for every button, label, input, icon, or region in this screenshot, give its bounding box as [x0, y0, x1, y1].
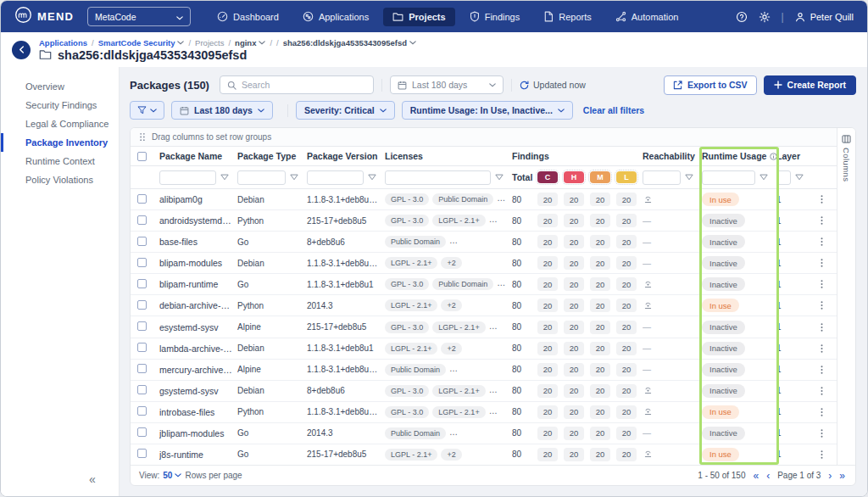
sidebar-collapse-button[interactable]: « [89, 472, 96, 486]
first-page-button[interactable]: « [753, 471, 759, 481]
clear-all-filters-link[interactable]: Clear all filters [583, 105, 644, 115]
nav-item-reports[interactable]: Reports [534, 7, 601, 26]
rows-per-page-dropdown[interactable]: 50 [163, 471, 181, 480]
sidebar-item-runtime-context[interactable]: Runtime Context [1, 152, 119, 170]
row-checkbox[interactable] [137, 194, 147, 204]
row-checkbox[interactable] [137, 427, 147, 437]
filter-funnel-icon[interactable] [760, 174, 768, 181]
severity-badge-H[interactable]: H [564, 171, 584, 183]
sidebar-item-overview[interactable]: Overview [1, 77, 119, 96]
columns-panel-tab[interactable]: Columns [837, 128, 855, 465]
row-checkbox[interactable] [137, 385, 147, 394]
filter-funnel-icon[interactable] [685, 174, 693, 181]
filter-menu-chip[interactable] [130, 101, 164, 120]
nav-item-dashboard[interactable]: Dashboard [208, 7, 288, 26]
table-row[interactable]: esystemd-sysvAlpine215-17+deb8u5GPL - 3.… [131, 316, 837, 337]
column-header-runtime-usage[interactable]: Runtime Usage [702, 151, 776, 161]
table-row[interactable]: lambda-archive-k...Debian1.1.8-3.1+deb8u… [131, 338, 837, 359]
row-menu-button[interactable] [817, 342, 826, 355]
help-icon[interactable] [736, 11, 748, 23]
severity-badge-C[interactable]: C [537, 171, 558, 183]
filter-chip[interactable]: Severity: Critical [296, 101, 395, 120]
breadcrumb-item[interactable]: nginx [235, 38, 265, 47]
row-checkbox[interactable] [137, 364, 147, 373]
table-row[interactable]: jblipam-modulesGo2014.3Public DomainLGPL… [131, 422, 837, 444]
row-menu-button[interactable] [817, 256, 826, 270]
filter-input-licenses[interactable] [385, 170, 491, 185]
info-icon[interactable] [770, 153, 776, 160]
table-row[interactable]: base-filesGo8+deb8u6Public DomainLGPL - … [131, 231, 837, 252]
row-menu-button[interactable] [817, 427, 826, 440]
back-button[interactable] [12, 41, 31, 59]
nav-item-projects[interactable]: Projects [383, 8, 454, 26]
severity-badge-L[interactable]: L [616, 171, 637, 183]
breadcrumb-item[interactable]: Projects [195, 38, 224, 47]
sidebar-item-security-findings[interactable]: Security Findings [1, 96, 119, 114]
filter-funnel-icon[interactable] [368, 174, 376, 181]
row-menu-button[interactable] [817, 235, 826, 248]
table-row[interactable]: debian-archive-ke...Python2014.3LGPL - 2… [131, 294, 837, 316]
row-checkbox[interactable] [137, 258, 147, 267]
sidebar-item-policy-violations[interactable]: Policy Violations [1, 170, 119, 189]
breadcrumb-item[interactable]: Applications [39, 38, 87, 47]
row-checkbox[interactable] [137, 300, 147, 310]
filter-input-package-version[interactable] [307, 170, 364, 185]
prev-page-button[interactable]: ‹ [766, 471, 770, 481]
row-checkbox[interactable] [137, 237, 147, 246]
select-all-checkbox[interactable] [137, 152, 147, 161]
search-box[interactable] [220, 75, 374, 94]
row-menu-button[interactable] [817, 405, 826, 419]
breadcrumb-item[interactable]: sha256:dldskjga4535343095efsd [283, 38, 416, 47]
filter-input-package-name[interactable] [159, 170, 216, 185]
nav-item-automation[interactable]: Automation [606, 7, 688, 26]
filter-input-reachability[interactable] [643, 170, 681, 185]
gear-icon[interactable] [759, 11, 771, 23]
column-header-package-type[interactable]: Package Type [237, 151, 307, 161]
user-menu[interactable]: Peter Quill [795, 12, 854, 22]
row-checkbox[interactable] [137, 321, 147, 331]
column-header-layer[interactable]: Layer [776, 151, 812, 161]
nav-item-findings[interactable]: Findings [460, 7, 530, 26]
table-row[interactable]: alibipam0gDebian1.1.8-3.1+deb8u1...GPL -… [131, 189, 837, 209]
filter-funnel-icon[interactable] [795, 174, 804, 181]
export-csv-button[interactable]: Export to CSV [664, 75, 757, 95]
column-header-package-version[interactable]: Package Version [307, 151, 385, 161]
severity-badge-M[interactable]: M [590, 171, 610, 183]
table-row[interactable]: introbase-filesPython1.1.8-3.1+deb8u1...… [131, 401, 837, 422]
filter-funnel-icon[interactable] [220, 174, 229, 181]
table-row[interactable]: gsystemd-sysvDebian8+deb8u6GPL - 3.0LGPL… [131, 380, 837, 401]
last-page-button[interactable]: » [839, 471, 845, 481]
row-menu-button[interactable] [817, 277, 826, 291]
table-row[interactable]: androidsystemd-s...Python215-17+deb8u5GP… [131, 209, 837, 231]
table-row[interactable]: blipam-modulesDebian1.1.8-3.1+deb8u1...L… [131, 252, 837, 273]
create-report-button[interactable]: Create Report [764, 75, 856, 95]
row-menu-button[interactable] [817, 448, 826, 461]
table-row[interactable]: j8s-runtimeGo215-17+deb8u5LGPL - 2.1++28… [131, 444, 837, 465]
row-menu-button[interactable] [817, 214, 826, 227]
filter-funnel-icon[interactable] [495, 174, 504, 181]
sidebar-item-package-inventory[interactable]: Package Inventory [1, 133, 119, 152]
sidebar-item-legal-compliance[interactable]: Legal & Compliance [1, 114, 119, 133]
row-menu-button[interactable] [817, 321, 826, 334]
date-range-dropdown[interactable]: Last 180 days [390, 75, 504, 94]
row-menu-button[interactable] [817, 363, 826, 377]
row-checkbox[interactable] [137, 215, 147, 225]
filter-funnel-icon[interactable] [290, 174, 298, 181]
nav-item-applications[interactable]: Applications [293, 7, 378, 26]
column-header-licenses[interactable]: Licenses [385, 151, 512, 161]
row-checkbox[interactable] [137, 406, 147, 416]
filter-chip[interactable]: Last 180 days [171, 101, 273, 120]
row-menu-button[interactable] [817, 384, 826, 398]
filter-input-runtime-usage[interactable] [702, 170, 755, 185]
org-dropdown[interactable]: MetaCode [87, 7, 191, 26]
filter-input-package-type[interactable] [237, 170, 286, 185]
refresh-button[interactable]: Updated now [520, 80, 586, 90]
table-row[interactable]: blipam-runtimeGo1.1.8-3.1+deb8u1GPL - 3.… [131, 273, 837, 294]
column-header-findings[interactable]: Findings [512, 151, 643, 161]
row-checkbox[interactable] [137, 279, 147, 288]
brand-logo[interactable]: MEND [14, 6, 74, 27]
breadcrumb-item[interactable]: SmartCode Security [98, 38, 185, 47]
filter-chip[interactable]: Runtime Usage: In Use, Inactive... [402, 101, 573, 120]
next-page-button[interactable]: › [828, 471, 832, 481]
filter-input-layer[interactable] [776, 170, 791, 185]
